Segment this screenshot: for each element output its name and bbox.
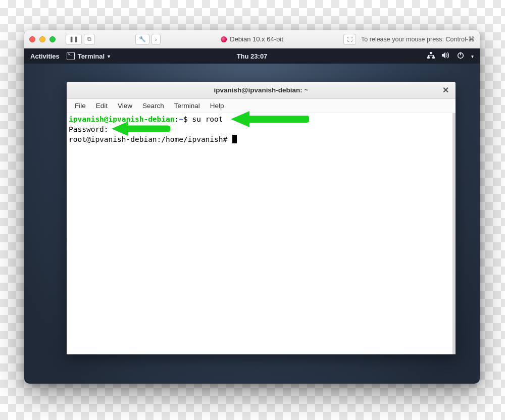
command: su root: [192, 115, 223, 123]
terminal-app-icon: [67, 52, 75, 60]
prompt-sep: :: [175, 115, 179, 123]
snapshot-icon: ⧉: [87, 36, 91, 42]
debian-logo-icon: [221, 36, 227, 42]
menu-terminal[interactable]: Terminal: [170, 101, 204, 111]
clock[interactable]: Thu 23:07: [237, 52, 268, 60]
vm-play-controls: ❚❚ ⧉: [66, 34, 95, 45]
terminal-menubar: File Edit View Search Terminal Help: [67, 99, 456, 113]
svg-rect-8: [460, 52, 461, 55]
pause-vm-button[interactable]: ❚❚: [66, 34, 82, 45]
desktop: ipvanish@ipvanish-debian: ~ ✕ File Edit …: [24, 64, 480, 384]
active-app-menu[interactable]: Terminal ▾: [67, 52, 110, 60]
terminal-body[interactable]: ipvanish@ipvanish-debian:~$ su root Pass…: [67, 113, 456, 354]
close-button[interactable]: ✕: [440, 85, 450, 95]
root-prompt: root@ipvanish-debian:/home/ipvanish#: [69, 135, 232, 143]
close-window-button[interactable]: [29, 36, 35, 42]
gnome-topbar: Activities Terminal ▾ Thu 23:07 ▾: [24, 48, 480, 64]
vm-tools-controls: 🔧 ›: [135, 34, 161, 45]
cursor-icon: [232, 135, 237, 143]
terminal-title-text: ipvanish@ipvanish-debian: ~: [214, 86, 309, 94]
activities-button[interactable]: Activities: [30, 52, 60, 60]
menu-file[interactable]: File: [71, 101, 90, 111]
fullscreen-button[interactable]: ⛶: [343, 34, 356, 45]
svg-rect-1: [427, 57, 430, 59]
wrench-icon: 🔧: [139, 36, 146, 42]
menu-view[interactable]: View: [114, 101, 136, 111]
active-app-label: Terminal: [78, 52, 105, 60]
system-tray[interactable]: ▾: [427, 52, 474, 61]
chevron-right-icon: ›: [155, 36, 157, 42]
forward-button[interactable]: ›: [152, 34, 161, 45]
zoom-window-button[interactable]: [49, 36, 56, 42]
svg-rect-2: [432, 57, 435, 59]
vm-title-text: Debian 10.x 64-bit: [230, 35, 283, 43]
traffic-lights: [29, 36, 56, 42]
close-icon: ✕: [442, 85, 449, 95]
prompt-tail: $: [183, 115, 192, 123]
volume-icon: [442, 52, 450, 60]
pause-icon: ❚❚: [69, 36, 78, 42]
svg-rect-0: [430, 52, 432, 54]
prompt-path: ~: [179, 115, 183, 123]
terminal-titlebar[interactable]: ipvanish@ipvanish-debian: ~ ✕: [67, 82, 456, 99]
chevron-down-icon: ▾: [471, 54, 474, 59]
minimize-window-button[interactable]: [39, 36, 45, 42]
terminal-window: ipvanish@ipvanish-debian: ~ ✕ File Edit …: [67, 82, 456, 354]
menu-help[interactable]: Help: [206, 101, 228, 111]
mouse-release-hint: To release your mouse press: Control-⌘: [361, 35, 475, 43]
svg-rect-4: [428, 55, 434, 56]
svg-rect-5: [428, 55, 429, 57]
menu-search[interactable]: Search: [138, 101, 168, 111]
power-icon: [457, 52, 464, 61]
terminal-output: ipvanish@ipvanish-debian:~$ su root Pass…: [67, 113, 452, 145]
network-icon: [427, 52, 435, 60]
settings-button[interactable]: 🔧: [135, 34, 149, 45]
expand-icon: ⛶: [347, 36, 352, 42]
svg-rect-6: [433, 55, 434, 57]
snapshot-button[interactable]: ⧉: [84, 34, 95, 45]
vm-title: Debian 10.x 64-bit: [221, 35, 283, 43]
password-prompt: Password:: [69, 125, 109, 133]
guest-screen: Activities Terminal ▾ Thu 23:07 ▾: [24, 48, 480, 384]
chevron-down-icon: ▾: [108, 54, 110, 59]
prompt-user: ipvanish@ipvanish-debian: [69, 115, 175, 123]
vm-window: ❚❚ ⧉ 🔧 › Debian 10.x 64-bit ⛶ To release…: [24, 30, 480, 384]
menu-edit[interactable]: Edit: [92, 101, 112, 111]
vm-toolbar: ❚❚ ⧉ 🔧 › Debian 10.x 64-bit ⛶ To release…: [24, 30, 480, 48]
